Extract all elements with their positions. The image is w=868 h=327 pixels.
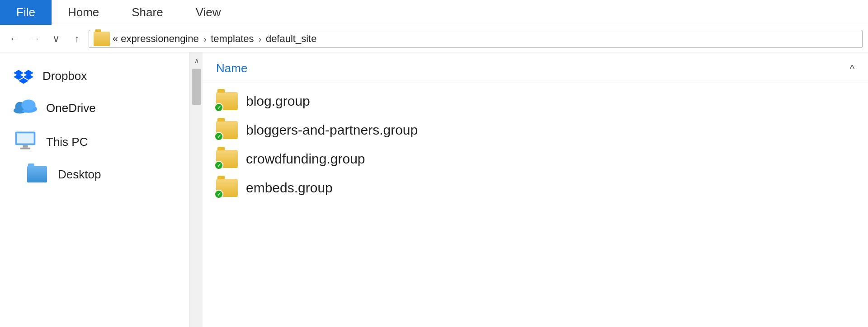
sidebar-label-thispc: This PC bbox=[46, 135, 88, 149]
dropdown-button[interactable]: ∨ bbox=[47, 30, 65, 48]
dropbox-icon bbox=[14, 66, 33, 86]
back-button[interactable]: ← bbox=[5, 30, 24, 48]
tab-home[interactable]: Home bbox=[52, 0, 115, 25]
sidebar: Dropbox OneDrive bbox=[0, 52, 190, 327]
svg-rect-10 bbox=[17, 133, 33, 143]
scroll-thumb[interactable] bbox=[192, 69, 201, 105]
up-button[interactable]: ↑ bbox=[68, 30, 86, 48]
scroll-up-arrow[interactable]: ∧ bbox=[190, 54, 203, 67]
file-item-0[interactable]: blog.group bbox=[203, 87, 868, 116]
sidebar-label-onedrive: OneDrive bbox=[46, 101, 96, 115]
desktop-folder-icon bbox=[27, 166, 49, 182]
file-item-3[interactable]: embeds.group bbox=[203, 173, 868, 202]
folder-icon-0 bbox=[216, 92, 238, 110]
scrollbar[interactable]: ∧ bbox=[190, 52, 203, 327]
file-name-1: bloggers-and-partners.group bbox=[246, 122, 418, 138]
sync-badge-2 bbox=[214, 161, 223, 170]
navigation-bar: ← → ∨ ↑ « expressionengine › templates ›… bbox=[0, 25, 868, 52]
sync-badge-0 bbox=[214, 103, 223, 112]
sidebar-item-onedrive[interactable]: OneDrive bbox=[0, 92, 189, 124]
address-bar[interactable]: « expressionengine › templates › default… bbox=[89, 30, 863, 48]
sidebar-item-thispc[interactable]: This PC bbox=[0, 124, 189, 160]
file-name-0: blog.group bbox=[246, 93, 310, 109]
breadcrumb: « expressionengine › templates › default… bbox=[113, 33, 316, 45]
svg-rect-11 bbox=[23, 145, 28, 148]
breadcrumb-part-2: templates bbox=[211, 33, 254, 44]
forward-button[interactable]: → bbox=[26, 30, 44, 48]
main-area: Dropbox OneDrive bbox=[0, 52, 868, 327]
sync-badge-3 bbox=[214, 190, 223, 199]
tab-view[interactable]: View bbox=[179, 0, 237, 25]
breadcrumb-sep-1: › bbox=[203, 34, 209, 44]
sort-arrow: ^ bbox=[850, 63, 854, 75]
file-name-3: embeds.group bbox=[246, 180, 333, 196]
svg-rect-12 bbox=[20, 148, 30, 149]
sidebar-label-dropbox: Dropbox bbox=[42, 69, 87, 83]
sidebar-label-desktop: Desktop bbox=[58, 168, 101, 182]
tab-share[interactable]: Share bbox=[115, 0, 179, 25]
thispc-icon bbox=[14, 131, 37, 154]
column-name-header: Name bbox=[216, 61, 247, 75]
sidebar-item-desktop[interactable]: Desktop bbox=[0, 160, 189, 189]
breadcrumb-sep-2: › bbox=[259, 34, 264, 44]
breadcrumb-part-3: default_site bbox=[266, 33, 317, 44]
breadcrumb-part-1: « expressionengine bbox=[113, 33, 199, 44]
column-header[interactable]: Name ^ bbox=[203, 57, 868, 83]
onedrive-icon bbox=[14, 98, 37, 118]
file-area: ∧ Name ^ blog.group bbox=[190, 52, 868, 327]
address-folder-icon bbox=[94, 32, 110, 46]
folder-icon-3 bbox=[216, 179, 238, 197]
file-name-2: crowdfunding.group bbox=[246, 151, 365, 167]
file-list: Name ^ blog.group bloggers-and-partners.… bbox=[203, 52, 868, 327]
svg-point-8 bbox=[21, 99, 35, 110]
sync-badge-1 bbox=[214, 132, 223, 141]
file-item-2[interactable]: crowdfunding.group bbox=[203, 145, 868, 173]
file-item-1[interactable]: bloggers-and-partners.group bbox=[203, 116, 868, 145]
ribbon: File Home Share View bbox=[0, 0, 868, 25]
folder-icon-1 bbox=[216, 121, 238, 139]
sidebar-item-dropbox[interactable]: Dropbox bbox=[0, 60, 189, 92]
tab-file[interactable]: File bbox=[0, 0, 52, 25]
folder-icon-2 bbox=[216, 150, 238, 168]
